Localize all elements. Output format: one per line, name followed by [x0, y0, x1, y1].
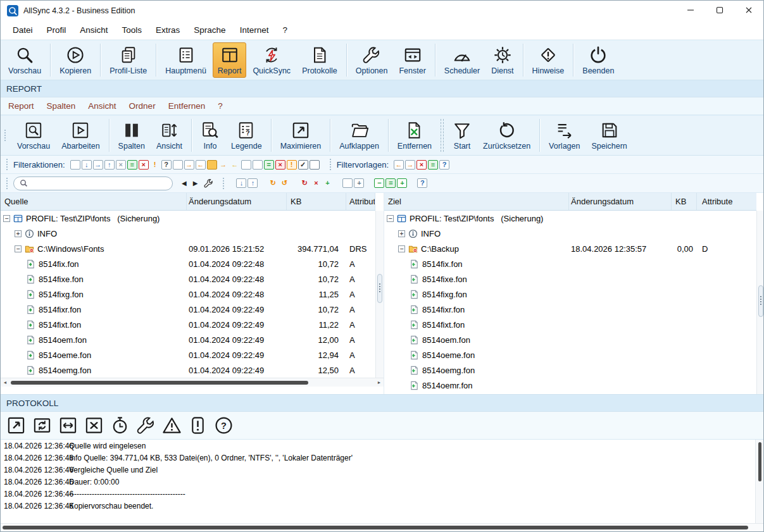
template-load-icon[interactable]: ← [394, 160, 404, 170]
frame-prev-icon[interactable]: ← [196, 160, 206, 170]
tree-row[interactable]: 8514fix.fon01.04.2024 09:22:4810,72A [1, 256, 375, 271]
scroll-left-arrow-icon[interactable]: ◄ [1, 380, 9, 385]
arrow-revert-icon[interactable]: ← [230, 160, 240, 170]
scroll-right-arrow-icon[interactable]: ► [375, 380, 384, 385]
jump-prev-icon[interactable]: ↺ [279, 178, 289, 188]
box-empty-icon[interactable] [253, 160, 263, 170]
template-save-icon[interactable]: → [405, 160, 415, 170]
switch-view-button[interactable] [32, 416, 52, 435]
tree-row[interactable]: 8514oemg.fon [384, 362, 756, 378]
report-menu-ordner[interactable]: Ordner [123, 99, 162, 113]
mark-error-icon[interactable]: × [311, 178, 321, 188]
minimize-button[interactable] [676, 1, 705, 21]
column-header-kb[interactable]: KB [287, 193, 346, 210]
hinweise-button[interactable]: Hinweise [527, 42, 570, 78]
checkbox-empty-icon[interactable] [310, 160, 320, 170]
tree-row[interactable]: 8514oem.fon [384, 332, 756, 347]
equals-green-icon[interactable]: = [264, 160, 274, 170]
scrollbar-thumb[interactable] [377, 274, 382, 303]
zurücksetzen-button[interactable]: Zurücksetzen [478, 118, 535, 153]
search-box[interactable] [13, 176, 173, 190]
expand-toggle[interactable]: + [15, 230, 22, 237]
menu-item-extras[interactable]: Extras [149, 23, 187, 37]
tree-row[interactable]: 8514oemg.fon01.04.2024 09:22:4912,50A [1, 362, 375, 378]
remove-red-icon[interactable]: × [275, 160, 285, 170]
filter-help-icon[interactable]: ? [161, 160, 172, 170]
spalten-button[interactable]: Spalten [113, 118, 150, 153]
log-options-button[interactable] [136, 416, 156, 435]
report-menu-report[interactable]: Report [2, 99, 41, 113]
search-input[interactable] [32, 179, 166, 188]
search-forward-icon[interactable]: ▶ [190, 180, 201, 187]
template-delete-icon[interactable]: × [416, 160, 427, 170]
report-menu-entfernen[interactable]: Entfernen [162, 99, 212, 113]
scrollbar-thumb[interactable] [758, 442, 761, 481]
doc-single-icon[interactable] [342, 178, 353, 188]
close-button[interactable] [734, 1, 763, 21]
menu-item-internet[interactable]: Internet [233, 23, 276, 37]
doc-copy-icon[interactable]: + [354, 178, 364, 188]
tree-row[interactable]: 8514oem.fon01.04.2024 09:22:4912,00A [1, 332, 375, 347]
tree-row[interactable]: 8514fixg.fon01.04.2024 09:22:4811,25A [1, 287, 375, 302]
drag-grip[interactable] [4, 130, 6, 141]
drag-grip[interactable] [223, 178, 225, 189]
maximieren-button[interactable]: Maximieren [275, 118, 327, 153]
entfernen-button[interactable]: Entfernen [392, 118, 437, 153]
expand-toggle[interactable]: + [398, 230, 405, 237]
tree-row[interactable]: 8514oeme.fon01.04.2024 09:22:4912,94A [1, 347, 375, 362]
source-vertical-scrollbar[interactable] [375, 211, 384, 378]
log-help-button[interactable]: ? [214, 416, 234, 435]
frame-next-icon[interactable]: → [184, 160, 194, 170]
vorschau-button[interactable]: Vorschau [3, 42, 46, 78]
checkbox-checked-icon[interactable]: ✓ [298, 160, 308, 170]
column-header-änderungsdatum[interactable]: Änderungsdatum [569, 193, 672, 210]
collapse-toggle[interactable]: − [387, 215, 394, 222]
scrollbar-thumb[interactable] [11, 381, 308, 385]
tree-row[interactable]: −C:\Windows\Fonts09.01.2026 15:21:52394.… [1, 241, 375, 256]
equal-hide-icon[interactable]: − [374, 178, 384, 188]
beenden-button[interactable]: Beenden [577, 42, 619, 78]
drag-grip[interactable] [6, 178, 8, 189]
clear-log-button[interactable] [84, 416, 104, 435]
frame-empty-icon[interactable] [173, 160, 183, 170]
mark-redo-icon[interactable]: ↻ [299, 178, 310, 188]
errors-button[interactable] [188, 416, 208, 435]
scrollbar-thumb[interactable] [758, 285, 763, 317]
column-header-ziel[interactable]: Ziel [384, 193, 569, 210]
protokolle-button[interactable]: Protokolle [297, 42, 342, 78]
legende-button[interactable]: ?Legende [226, 118, 267, 153]
alert-orange-icon[interactable]: ! [287, 160, 297, 170]
tree-row[interactable]: −C:\Backup18.04.2026 12:35:570,00D [384, 241, 756, 256]
filter-warning-icon[interactable]: ! [150, 160, 160, 170]
collapse-toggle[interactable]: − [398, 245, 405, 252]
collapse-toggle[interactable]: − [3, 215, 10, 222]
drag-grip[interactable] [330, 159, 332, 170]
tree-row[interactable]: 8514fix.fon [384, 256, 756, 271]
tree-row[interactable]: 8514fixe.fon [384, 271, 756, 287]
filter-up-icon[interactable]: ↑ [104, 160, 115, 170]
equal-copy-icon[interactable]: + [397, 178, 407, 188]
template-excel-icon[interactable]: ≡ [428, 160, 438, 170]
filter-down-icon[interactable]: ↓ [82, 160, 92, 170]
menu-item-ansicht[interactable]: Ansicht [73, 23, 115, 37]
abarbeiten-button[interactable]: Abarbeiten [56, 118, 104, 153]
tree-row[interactable]: 8514fixt.fon [384, 317, 756, 332]
tree-row[interactable]: −PROFIL: Test\ZIP\fonts (Sicherung) [384, 211, 756, 226]
dienst-button[interactable]: Dienst [486, 42, 518, 78]
target-vertical-scrollbar[interactable] [756, 211, 764, 394]
filter-forward-icon[interactable]: → [93, 160, 103, 170]
source-horizontal-scrollbar[interactable]: ◄ ► [1, 378, 384, 387]
scrollbar-thumb[interactable] [3, 526, 748, 529]
vorlagen-button[interactable]: Vorlagen [544, 118, 585, 153]
report-button[interactable]: Report [213, 42, 247, 78]
timer-button[interactable] [110, 416, 130, 435]
new-filter-icon[interactable] [70, 160, 80, 170]
vorschau-button[interactable]: Vorschau [12, 118, 55, 153]
tree-row[interactable]: 8514fixe.fon01.04.2024 09:22:4810,72A [1, 271, 375, 287]
hauptmenü-button[interactable]: Hauptmenü [160, 42, 211, 78]
tree-row[interactable]: +INFO [1, 226, 375, 241]
column-header-quelle[interactable]: Quelle [1, 193, 187, 210]
filter-folder-icon[interactable] [207, 160, 217, 170]
profil-liste-button[interactable]: Profil-Liste [104, 42, 152, 78]
menu-item-tools[interactable]: Tools [115, 23, 149, 37]
